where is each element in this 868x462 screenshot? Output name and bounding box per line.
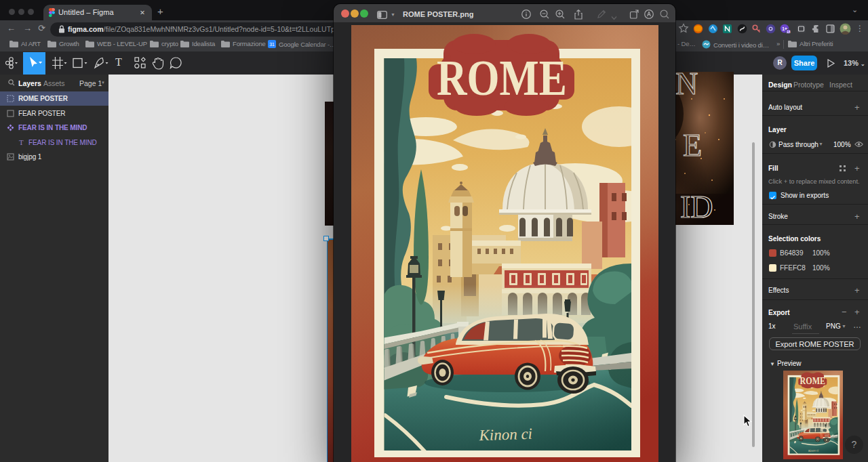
svg-text:31: 31 — [269, 42, 275, 47]
svg-text:N: N — [675, 72, 698, 101]
svg-text:E: E — [683, 128, 702, 163]
svg-text:ID: ID — [680, 190, 713, 224]
svg-text:18: 18 — [786, 30, 790, 34]
